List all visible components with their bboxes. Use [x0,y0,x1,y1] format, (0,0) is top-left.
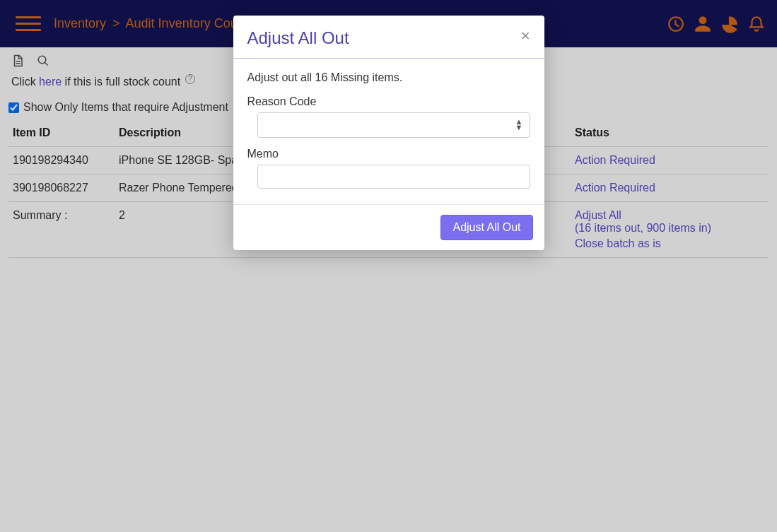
modal-body: Adjust out all 16 Missing items. Reason … [233,59,544,204]
modal-footer: Adjust All Out [233,204,544,250]
reason-code-select[interactable] [257,112,530,138]
close-icon[interactable]: × [521,28,530,44]
memo-input[interactable] [257,165,530,189]
modal-header: Adjust All Out × [233,16,544,59]
adjust-all-out-modal: Adjust All Out × Adjust out all 16 Missi… [233,16,544,250]
reason-code-label: Reason Code [247,95,530,108]
modal-title: Adjust All Out [247,28,349,48]
modal-message: Adjust out all 16 Missing items. [247,71,530,84]
reason-code-select-wrap: ▲▼ [257,112,530,138]
adjust-all-out-button[interactable]: Adjust All Out [440,215,532,240]
memo-label: Memo [247,148,530,160]
